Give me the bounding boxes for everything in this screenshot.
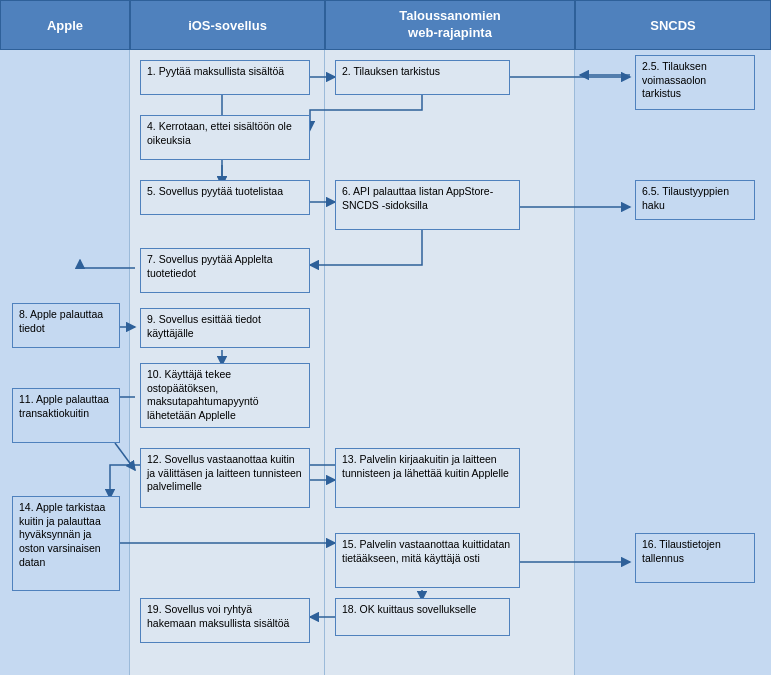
box-11: 11. Apple palauttaa transaktiokuitin <box>12 388 120 443</box>
box-6: 6. API palauttaa listan AppStore-SNCDS -… <box>335 180 520 230</box>
col-header-apple: Apple <box>0 0 130 50</box>
box-13: 13. Palvelin kirjaakuitin ja laitteen tu… <box>335 448 520 508</box>
box-9: 9. Sovellus esittää tiedot käyttäjälle <box>140 308 310 348</box>
col-header-ios: iOS-sovellus <box>130 0 325 50</box>
box-1: 1. Pyytää maksullista sisältöä <box>140 60 310 95</box>
box-5: 5. Sovellus pyytää tuotelistaa <box>140 180 310 215</box>
box-12: 12. Sovellus vastaanottaa kuitin ja väli… <box>140 448 310 508</box>
box-25: 2.5. Tilauksen voimassaolon tarkistus <box>635 55 755 110</box>
box-15: 15. Palvelin vastaanottaa kuittidatan ti… <box>335 533 520 588</box>
col-header-sncds: SNCDS <box>575 0 771 50</box>
box-8: 8. Apple palauttaa tiedot <box>12 303 120 348</box>
box-14: 14. Apple tarkistaa kuitin ja palauttaa … <box>12 496 120 591</box>
box-18: 18. OK kuittaus sovellukselle <box>335 598 510 636</box>
box-2: 2. Tilauksen tarkistus <box>335 60 510 95</box>
box-4: 4. Kerrotaan, ettei sisältöön ole oikeuk… <box>140 115 310 160</box>
diagram-container: Apple iOS-sovellus Taloussanomienweb-raj… <box>0 0 771 675</box>
box-16: 16. Tilaustietojen tallennus <box>635 533 755 583</box>
box-19: 19. Sovellus voi ryhtyä hakemaan maksull… <box>140 598 310 643</box>
box-7: 7. Sovellus pyytää Applelta tuotetiedot <box>140 248 310 293</box>
col-header-web: Taloussanomienweb-rajapinta <box>325 0 575 50</box>
box-10: 10. Käyttäjä tekee ostopäätöksen, maksut… <box>140 363 310 428</box>
box-65: 6.5. Tilaustyyppien haku <box>635 180 755 220</box>
